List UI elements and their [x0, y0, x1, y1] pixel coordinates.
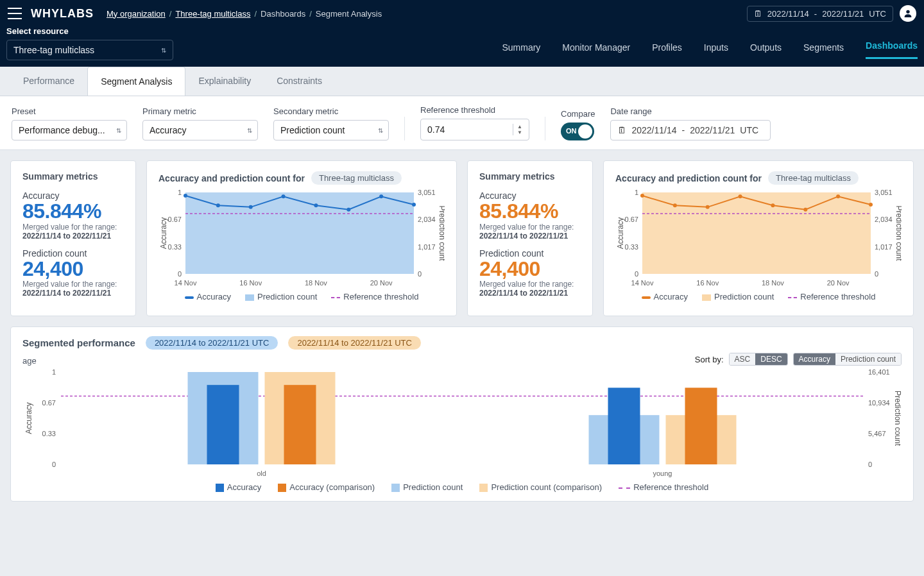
svg-text:old: old: [257, 470, 266, 477]
tab-profiles[interactable]: Profiles: [652, 42, 682, 59]
svg-text:2,034: 2,034: [418, 216, 436, 223]
svg-text:0: 0: [868, 461, 872, 468]
threshold-input[interactable]: 0.74 ▲▼: [420, 119, 529, 140]
secondary-metric-select[interactable]: Prediction count ⇅: [273, 120, 389, 140]
dashtab-constraints[interactable]: Constraints: [264, 67, 335, 96]
preset-select[interactable]: Performance debug... ⇅: [12, 120, 127, 140]
threshold-label: Reference threshold: [420, 105, 529, 115]
avatar[interactable]: [900, 5, 916, 22]
legend-line-icon: [642, 296, 651, 299]
global-date-range[interactable]: 🗓 2022/11/14 - 2022/11/21 UTC: [747, 6, 893, 22]
svg-point-28: [739, 194, 742, 198]
legend-sw-icon: [278, 484, 286, 492]
svg-rect-49: [207, 385, 239, 464]
legend-pred-count: Prediction count: [403, 482, 463, 492]
svg-text:Prediction count: Prediction count: [893, 391, 902, 446]
tab-outputs[interactable]: Outputs: [750, 42, 782, 59]
svg-text:16 Nov: 16 Nov: [696, 279, 719, 287]
svg-text:0.67: 0.67: [625, 216, 638, 223]
legend-line-icon: [185, 296, 194, 299]
daterange-tz: UTC: [740, 125, 758, 135]
svg-rect-51: [284, 385, 316, 464]
svg-text:3,051: 3,051: [875, 189, 893, 196]
svg-text:0.33: 0.33: [625, 243, 638, 251]
svg-point-30: [803, 208, 807, 212]
summary-heading: Summary metrics: [479, 171, 581, 182]
tab-inputs[interactable]: Inputs: [704, 42, 728, 59]
svg-point-5: [282, 194, 286, 198]
svg-text:1,017: 1,017: [875, 243, 893, 251]
svg-text:10,934: 10,934: [868, 399, 890, 407]
segmented-heading: Segmented performance: [22, 337, 135, 348]
seg-pill-primary: 2022/11/14 to 2022/11/21 UTC: [146, 336, 278, 350]
pred-count-value: 24,400: [479, 258, 581, 280]
daterange-picker[interactable]: 🗓 2022/11/14 - 2022/11/21 UTC: [610, 120, 771, 140]
preset-label: Preset: [12, 106, 127, 116]
legend-sw-icon: [216, 484, 224, 492]
svg-text:Prediction count: Prediction count: [894, 205, 902, 261]
global-date-from: 2022/11/14: [767, 9, 809, 19]
resource-value: Three-tag multiclass: [13, 45, 94, 55]
sort-by-accuracy[interactable]: Accuracy: [794, 353, 835, 365]
sort-asc[interactable]: ASC: [730, 353, 756, 365]
sort-controls: Sort by: ASC DESC Accuracy Prediction co…: [695, 353, 902, 366]
svg-text:Accuracy: Accuracy: [24, 403, 33, 434]
main-tabs: Summary Monitor Manager Profiles Inputs …: [502, 40, 918, 67]
svg-text:1: 1: [178, 189, 182, 196]
svg-text:1: 1: [635, 189, 638, 196]
compare-toggle-text: ON: [566, 127, 577, 135]
primary-metric-select[interactable]: Accuracy ⇅: [142, 120, 258, 140]
legend-sw-icon: [479, 484, 488, 492]
svg-rect-54: [608, 388, 640, 465]
pred-count-sub2: 2022/11/14 to 2022/11/21: [22, 289, 111, 298]
chart-title: Accuracy and prediction count for: [615, 173, 762, 183]
resource-label: Select resource: [6, 26, 173, 36]
svg-text:3,051: 3,051: [418, 189, 436, 196]
svg-text:14 Nov: 14 Nov: [175, 279, 197, 287]
divider: [404, 117, 405, 140]
svg-point-27: [706, 205, 710, 209]
secondary-metric-label: Secondary metric: [273, 106, 389, 116]
svg-point-4: [249, 205, 253, 209]
accuracy-sub1: Merged value for the range:: [22, 223, 124, 232]
svg-text:2,034: 2,034: [875, 216, 893, 223]
logo: WHYLABS: [31, 7, 94, 21]
chevron-updown-icon: ⇅: [116, 127, 121, 134]
dashtab-performance[interactable]: Performance: [10, 67, 87, 96]
menu-icon[interactable]: [8, 8, 22, 19]
breadcrumb-org[interactable]: My organization: [107, 9, 166, 19]
breadcrumb-project[interactable]: Three-tag multiclass: [175, 9, 250, 19]
compare-toggle[interactable]: ON: [561, 123, 594, 140]
dashtab-segment-analysis[interactable]: Segment Analysis: [87, 67, 185, 96]
tab-dashboards[interactable]: Dashboards: [866, 40, 918, 59]
svg-text:Accuracy: Accuracy: [616, 217, 625, 249]
tab-segments[interactable]: Segments: [803, 42, 844, 59]
pred-count-value: 24,400: [22, 258, 124, 280]
tab-monitor-manager[interactable]: Monitor Manager: [562, 42, 630, 59]
svg-point-32: [869, 203, 873, 207]
global-date-to: 2022/11/21: [822, 9, 864, 19]
accuracy-value: 85.844%: [479, 201, 581, 223]
summary-card-comparison: Summary metrics Accuracy 85.844% Merged …: [467, 160, 593, 316]
legend-ref-threshold: Reference threshold: [800, 292, 875, 301]
primary-metric-label: Primary metric: [142, 106, 258, 116]
svg-point-8: [379, 194, 383, 198]
resource-select[interactable]: Three-tag multiclass ⇅: [6, 40, 173, 60]
summary-heading: Summary metrics: [22, 171, 124, 182]
svg-text:young: young: [653, 470, 672, 477]
svg-text:20 Nov: 20 Nov: [370, 279, 393, 287]
breadcrumb-page: Segment Analysis: [316, 9, 382, 19]
legend-pred-count: Prediction count: [714, 292, 774, 301]
pred-count-sub2: 2022/11/14 to 2022/11/21: [479, 289, 568, 298]
sort-by-pred-count[interactable]: Prediction count: [835, 353, 901, 365]
svg-text:0: 0: [418, 270, 422, 278]
svg-text:0: 0: [635, 270, 638, 278]
chart-pill: Three-tag multiclass: [311, 171, 402, 185]
svg-point-29: [771, 203, 774, 207]
breadcrumb: My organization / Three-tag multiclass /…: [107, 9, 382, 19]
tab-summary[interactable]: Summary: [502, 42, 540, 59]
stepper-icons[interactable]: ▲▼: [513, 124, 522, 135]
sort-desc[interactable]: DESC: [755, 353, 787, 365]
dashtab-explainability[interactable]: Explainability: [185, 67, 264, 96]
daterange-to: 2022/11/21: [690, 125, 735, 135]
